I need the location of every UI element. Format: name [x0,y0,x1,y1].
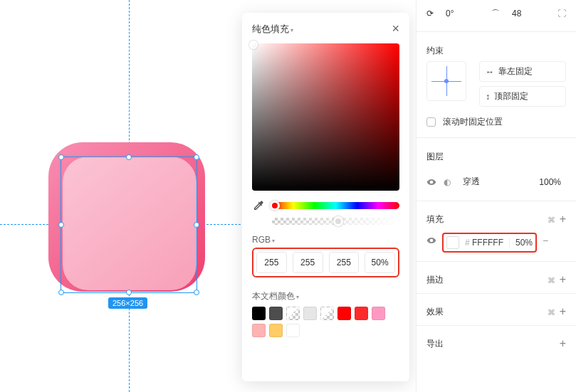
hue-thumb[interactable] [270,201,280,211]
scroll-lock-label: 滚动时固定位置 [443,116,503,128]
fill-type-dropdown[interactable]: 纯色填充▾ [252,23,293,36]
fill-opacity-input[interactable]: 50% [509,238,533,248]
canvas-area[interactable]: 256×256 [0,0,241,392]
selection-box[interactable] [61,157,197,293]
remove-fill-button[interactable]: − [543,235,548,246]
resize-handle-n[interactable] [126,154,132,160]
fill-hex-input[interactable]: # FFFFFF [465,238,503,248]
rotation-input[interactable]: 0° [441,5,484,22]
add-fill-button[interactable]: + [560,213,566,225]
visibility-icon[interactable] [426,177,436,187]
constraint-v-dropdown[interactable]: ↕顶部固定 [479,86,566,107]
fill-shortcut: ⌘ [548,216,555,224]
fill-row-highlight: # FFFFFF 50% [442,233,537,253]
inspector-panel: ⟳ 0° ⌒ 48 ⛶ 约束 ↔靠左固定 ↕顶部固定 滚动时固定位置 图层 ◐ … [416,0,576,392]
radius-input[interactable]: 48 [507,5,550,22]
swatch[interactable] [303,307,317,320]
layer-opacity-input[interactable]: 100% [530,174,566,191]
effect-shortcut: ⌘ [548,308,555,317]
document-colors-dropdown[interactable]: 本文档颜色▾ [252,290,399,302]
alpha-slider[interactable] [272,218,399,225]
blend-mode-dropdown[interactable]: 穿透 [458,172,523,191]
resize-handle-se[interactable] [194,290,199,295]
add-stroke-button[interactable]: + [560,273,566,285]
section-effect: 效果 [426,306,444,318]
swatch[interactable] [252,307,266,320]
swatch[interactable] [320,307,334,320]
swatch-grid [252,307,399,337]
input-alpha[interactable]: 50% [365,252,395,273]
resize-handle-ne[interactable] [194,154,199,160]
input-g[interactable]: 255 [293,252,323,273]
alpha-thumb[interactable] [333,216,343,226]
swatch[interactable] [372,307,385,320]
swatch[interactable] [286,307,300,320]
color-cursor[interactable] [249,41,258,49]
stroke-shortcut: ⌘ [548,276,555,285]
fill-swatch[interactable] [446,236,459,249]
resize-handle-s[interactable] [126,290,132,295]
fill-visibility-icon[interactable] [426,235,436,245]
hue-slider[interactable] [272,202,399,209]
resize-handle-e[interactable] [194,222,199,228]
constraint-widget[interactable] [426,61,466,101]
swatch[interactable] [355,307,368,320]
scroll-lock-checkbox[interactable] [426,117,436,127]
saturation-brightness-field[interactable] [252,43,399,191]
section-fill: 填充 [426,213,444,226]
color-picker-popover: 纯色填充▾ × RGB▾ 255 255 255 50% 本文档颜色▾ [242,13,409,381]
resize-handle-sw[interactable] [58,290,64,295]
constraint-h-dropdown[interactable]: ↔靠左固定 [479,61,566,82]
section-constrain: 约束 [426,36,566,61]
resize-handle-w[interactable] [58,222,64,228]
swatch[interactable] [337,307,351,320]
section-layer: 图层 [426,142,566,167]
eyedropper-icon[interactable] [252,199,265,212]
close-icon[interactable]: × [392,21,399,36]
expand-radius-icon[interactable]: ⛶ [557,9,566,18]
add-effect-button[interactable]: + [560,305,566,317]
color-mode-dropdown[interactable]: RGB▾ [252,235,399,245]
section-export: 导出 [426,338,444,350]
add-export-button[interactable]: + [560,337,566,350]
swatch[interactable] [252,324,266,337]
rgb-inputs-highlight: 255 255 255 50% [252,248,399,277]
swatch[interactable] [269,324,283,337]
resize-handle-nw[interactable] [58,154,64,160]
swatch[interactable] [269,307,283,320]
radius-icon: ⌒ [491,8,500,20]
rotate-icon: ⟳ [426,9,434,18]
blend-mode-icon: ◐ [444,177,451,187]
swatch[interactable] [286,324,300,337]
input-b[interactable]: 255 [329,252,360,273]
section-stroke: 描边 [426,274,444,286]
input-r[interactable]: 255 [256,252,287,273]
dimensions-badge: 256×256 [108,297,147,309]
